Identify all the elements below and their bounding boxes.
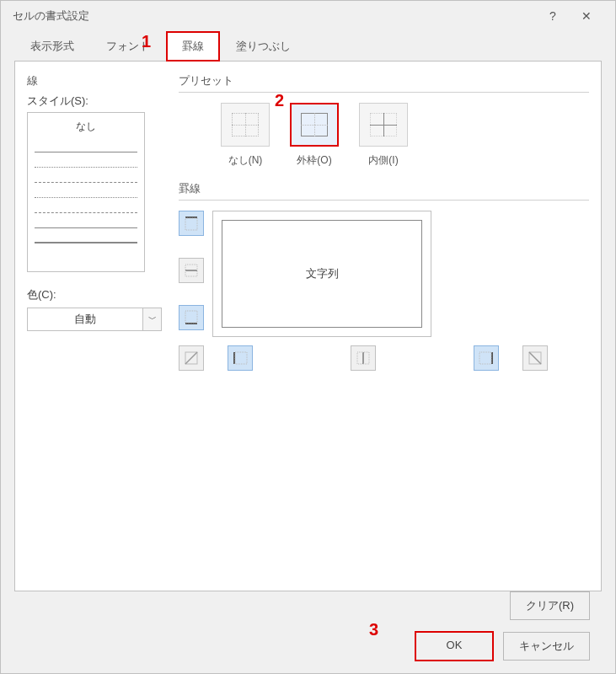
- main-section: プリセット なし(N) 外: [179, 73, 589, 579]
- chevron-down-icon: ﹀: [148, 313, 157, 325]
- border-preview: 文字列: [212, 211, 431, 337]
- color-dropdown-button[interactable]: ﹀: [143, 308, 162, 331]
- border-diag-up-button[interactable]: [179, 345, 204, 371]
- tab-font[interactable]: フォント: [90, 31, 166, 62]
- preset-outline-button[interactable]: [290, 103, 339, 147]
- preset-none: なし(N): [221, 103, 270, 168]
- preset-none-label: なし(N): [221, 153, 270, 168]
- svg-rect-5: [185, 311, 197, 323]
- preset-section-title: プリセット: [179, 73, 589, 88]
- help-button[interactable]: ?: [536, 9, 570, 23]
- line-style-dashdotdot[interactable]: [35, 201, 137, 213]
- style-label: スタイル(S):: [27, 94, 162, 109]
- svg-rect-2: [185, 270, 197, 271]
- preset-none-button[interactable]: [221, 103, 270, 147]
- svg-rect-9: [235, 352, 247, 364]
- border-section-title: 罫線: [179, 181, 589, 196]
- line-style-solid[interactable]: [35, 141, 137, 152]
- tab-bar: 表示形式 フォント 罫線 塗りつぶし: [1, 31, 615, 62]
- clear-button[interactable]: クリア(R): [510, 591, 590, 620]
- preset-inside-icon: [370, 113, 397, 136]
- cancel-button[interactable]: キャンセル: [503, 632, 590, 661]
- line-section: 線 スタイル(S): なし 色(C): 自動 ﹀: [27, 73, 162, 579]
- preview-border-icon: [222, 220, 422, 328]
- dialog-title: セルの書式設定: [13, 8, 89, 24]
- border-buttons-left: [179, 211, 204, 337]
- tab-border[interactable]: 罫線: [166, 31, 220, 62]
- border-bottom-button[interactable]: [179, 305, 204, 330]
- preset-outline-label: 外枠(O): [290, 153, 339, 168]
- border-top-button[interactable]: [179, 211, 204, 236]
- format-cells-dialog: セルの書式設定 ? ✕ 表示形式 フォント 罫線 塗りつぶし 線 スタイル(S)…: [0, 0, 616, 674]
- svg-rect-10: [362, 352, 364, 364]
- dialog-body: 線 スタイル(S): なし 色(C): 自動 ﹀ プリセット: [14, 61, 602, 591]
- border-v-middle-button[interactable]: [351, 345, 376, 371]
- preset-none-icon: [232, 113, 259, 136]
- line-style-solid2[interactable]: [35, 217, 137, 228]
- border-diag-down-button[interactable]: [522, 345, 548, 371]
- close-button[interactable]: ✕: [570, 9, 603, 23]
- line-style-list[interactable]: なし: [27, 112, 145, 272]
- divider: [179, 92, 589, 93]
- preset-outline: 外枠(O): [290, 103, 339, 168]
- color-select[interactable]: 自動: [27, 308, 143, 331]
- preset-inside: 内側(I): [359, 103, 408, 168]
- svg-line-15: [529, 352, 541, 364]
- preset-inside-label: 内側(I): [359, 153, 408, 168]
- line-section-title: 線: [27, 73, 162, 88]
- line-style-none[interactable]: なし: [35, 120, 137, 134]
- ok-button[interactable]: OK: [415, 632, 493, 661]
- line-style-dashed[interactable]: [35, 171, 137, 183]
- border-edit-area: 文字列: [179, 211, 589, 337]
- tab-fill[interactable]: 塗りつぶし: [220, 31, 307, 62]
- border-right-button[interactable]: [474, 345, 499, 371]
- line-style-thick[interactable]: [35, 232, 137, 243]
- svg-line-7: [185, 352, 197, 364]
- svg-rect-1: [185, 218, 197, 230]
- line-style-dashdot[interactable]: [35, 186, 137, 198]
- border-buttons-bottom: [179, 345, 589, 371]
- titlebar: セルの書式設定 ? ✕: [1, 1, 615, 31]
- border-left-button[interactable]: [228, 345, 253, 371]
- line-style-dotted[interactable]: [35, 156, 137, 168]
- border-h-middle-button[interactable]: [179, 258, 204, 283]
- svg-rect-13: [479, 352, 491, 364]
- footer-ok-row: OK キャンセル: [1, 620, 615, 661]
- divider-2: [179, 200, 589, 201]
- footer-clear-row: クリア(R): [1, 591, 615, 620]
- preset-inside-button[interactable]: [359, 103, 408, 147]
- color-label: 色(C):: [27, 287, 162, 302]
- preset-row: なし(N) 外枠(O) 内側(I): [221, 103, 589, 168]
- preset-outline-icon: [301, 113, 328, 136]
- tab-number-format[interactable]: 表示形式: [14, 31, 90, 62]
